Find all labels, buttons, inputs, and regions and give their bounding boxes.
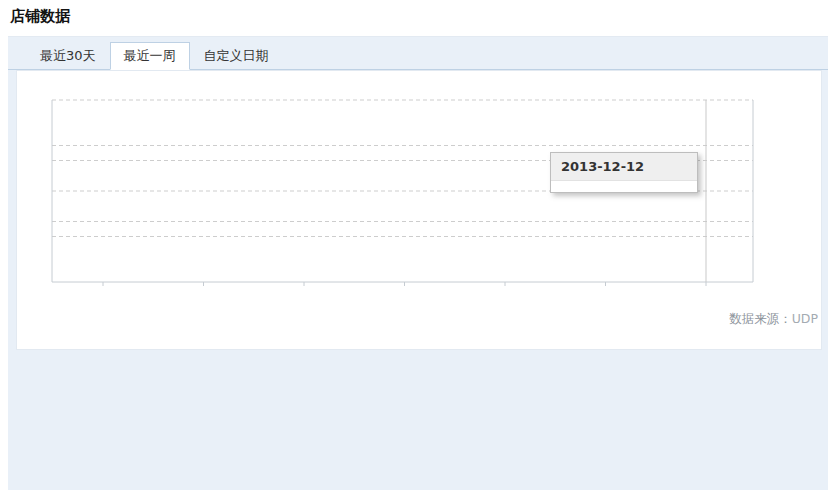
data-source-label: 数据来源： bbox=[729, 311, 792, 326]
data-source: 数据来源：UDP bbox=[729, 311, 818, 328]
chart-card[interactable] bbox=[16, 70, 822, 350]
tab-2[interactable]: 自定义日期 bbox=[190, 43, 283, 69]
tooltip-date: 2013-12-12 bbox=[551, 153, 697, 181]
shop-data-page: 店铺数据 最近30天最近一周自定义日期 数据来源：UDP 2013-12-12 bbox=[0, 0, 836, 490]
page-title: 店铺数据 bbox=[10, 7, 70, 26]
tooltip-body bbox=[551, 181, 697, 192]
tab-1[interactable]: 最近一周 bbox=[110, 42, 190, 70]
chart-tooltip: 2013-12-12 bbox=[550, 152, 698, 193]
tab-0[interactable]: 最近30天 bbox=[26, 43, 110, 69]
tab-bar: 最近30天最近一周自定义日期 bbox=[8, 43, 828, 70]
data-source-value: UDP bbox=[792, 311, 818, 326]
